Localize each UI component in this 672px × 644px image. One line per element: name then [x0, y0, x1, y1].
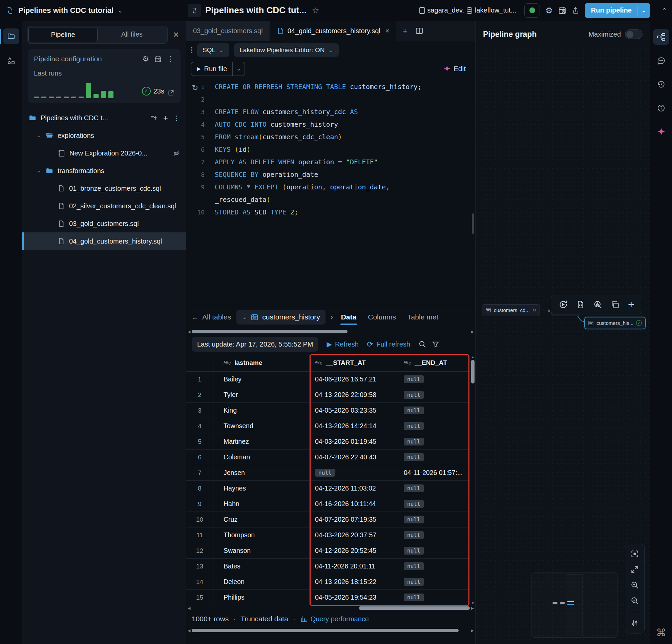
duplicate-icon[interactable]: [611, 300, 620, 309]
table-row[interactable]: 1Bailey04-06-2026 16:57:21null: [186, 372, 470, 387]
cell-end-at[interactable]: null: [398, 434, 470, 449]
run-bar[interactable]: [94, 94, 98, 98]
plus-icon[interactable]: +: [628, 300, 634, 309]
table-vertical-scrollbar[interactable]: ▲ ▼: [470, 354, 475, 606]
close-icon[interactable]: ✕: [171, 31, 181, 39]
share-icon[interactable]: [572, 7, 579, 14]
row-number[interactable]: 13: [186, 559, 213, 574]
table-bottom-scrollbar[interactable]: ◀ ▶: [186, 605, 475, 611]
tree-item-transformations[interactable]: ⌄ transformations: [22, 162, 186, 180]
schedule-icon[interactable]: [154, 56, 161, 63]
cell-lastname[interactable]: Jensen: [218, 465, 310, 480]
cell-lastname[interactable]: Coleman: [218, 450, 310, 465]
file-code-icon[interactable]: [576, 300, 585, 309]
cell-lastname[interactable]: Thompson: [218, 527, 310, 543]
row-number[interactable]: 10: [186, 512, 213, 527]
kebab-icon[interactable]: ⋮: [173, 114, 180, 122]
panel-bottom-scrollbar[interactable]: ◀ ▶: [186, 627, 475, 634]
chevron-down-icon[interactable]: ⌄: [637, 7, 650, 14]
split-view-icon[interactable]: [415, 27, 423, 35]
scroll-up-icon[interactable]: ▲: [471, 355, 475, 359]
scroll-down-icon[interactable]: ▼: [471, 601, 475, 605]
fullscreen-icon[interactable]: [630, 565, 639, 574]
scroll-right-icon[interactable]: ▶: [471, 629, 474, 633]
cell-start-at[interactable]: 04-13-2026 18:15:22: [310, 574, 398, 589]
graph-node-customers-cdc[interactable]: customers_cd... ↻: [482, 304, 540, 316]
sort-icon[interactable]: [150, 114, 157, 122]
comments-icon[interactable]: [653, 53, 669, 69]
row-number[interactable]: 4: [186, 418, 213, 434]
new-tab-icon[interactable]: +: [403, 26, 407, 36]
schedule-icon[interactable]: [558, 7, 566, 14]
language-select[interactable]: SQL ⌄: [197, 43, 229, 57]
run-bar[interactable]: [101, 91, 106, 98]
zoom-out-icon[interactable]: [630, 596, 639, 605]
code-line[interactable]: 4AUTO CDC INTO customers_history: [186, 118, 475, 131]
assistant-icon[interactable]: ✦: [653, 124, 669, 140]
scroll-left-icon[interactable]: ◀: [188, 629, 190, 633]
compute-status-button[interactable]: [524, 3, 540, 17]
table-row[interactable]: 15Phillips04-05-2026 19:54:23null: [186, 590, 470, 605]
pipeline-graph-icon[interactable]: [653, 29, 669, 45]
assets-icon[interactable]: [3, 53, 19, 69]
code-line[interactable]: 3CREATE FLOW customers_history_cdc AS: [186, 106, 475, 118]
tab-all-files[interactable]: All files: [98, 27, 166, 42]
editor-scrollbar[interactable]: [472, 213, 474, 234]
tree-item-explorations[interactable]: ⌄ explorations: [22, 127, 186, 144]
cell-start-at[interactable]: 04-07-2026 22:40:43: [310, 450, 398, 465]
query-performance-link[interactable]: Query performance: [300, 615, 369, 623]
tab-columns[interactable]: Columns: [367, 308, 397, 326]
kebab-icon[interactable]: ⋮: [167, 55, 175, 63]
cell-lastname[interactable]: King: [218, 403, 310, 418]
results-top-scrollbar[interactable]: ◀ ▶: [186, 329, 475, 334]
run-dash[interactable]: [56, 97, 61, 98]
gear-icon[interactable]: ⚙: [142, 55, 149, 63]
drag-handle-icon[interactable]: [191, 47, 192, 53]
tab-pipeline[interactable]: Pipeline: [28, 27, 98, 42]
code-line[interactable]: 5FROM stream(customers_cdc_clean): [186, 131, 475, 143]
cell-end-at[interactable]: null: [398, 403, 470, 418]
run-refresh-icon[interactable]: [559, 300, 568, 309]
table-row[interactable]: 2Tyler04-13-2026 22:09:58null: [186, 387, 470, 403]
cell-lastname[interactable]: Tyler: [218, 387, 310, 403]
filters-icon[interactable]: [631, 619, 639, 628]
refresh-button[interactable]: ▶ Refresh: [326, 340, 358, 348]
code-line[interactable]: 6KEYS (id): [186, 143, 475, 156]
cell-end-at[interactable]: null: [398, 527, 470, 543]
run-bar[interactable]: [108, 91, 113, 98]
chevron-down-icon[interactable]: ⌄: [118, 7, 123, 14]
row-number[interactable]: 15: [186, 590, 213, 605]
run-dash[interactable]: [34, 97, 39, 98]
table-row[interactable]: 9Hahn04-16-2026 10:11:44null: [186, 496, 470, 512]
cell-start-at[interactable]: 04-12-2026 20:52:45: [310, 543, 398, 558]
row-number[interactable]: 12: [186, 543, 213, 558]
run-bar[interactable]: [86, 83, 91, 98]
column-header-start-at[interactable]: ᴬᴮᴄ __START_AT: [310, 354, 398, 371]
table-row[interactable]: 7Jensennull04-11-2026 01:57:...: [186, 465, 470, 481]
table-row[interactable]: 13Bates04-11-2026 20:01:11null: [186, 559, 470, 574]
cell-end-at[interactable]: null: [398, 372, 470, 387]
code-line[interactable]: 7APPLY AS DELETE WHEN operation = "DELET…: [186, 156, 475, 168]
app-title-group[interactable]: Pipelines with CDC tutorial ⌄: [5, 6, 184, 15]
cell-lastname[interactable]: Martinez: [218, 434, 310, 449]
run-dash[interactable]: [64, 97, 69, 98]
code-line[interactable]: 10STORED AS SCD TYPE 2;: [186, 206, 475, 218]
full-refresh-button[interactable]: ⟳ Full refresh: [367, 340, 410, 349]
maximized-toggle[interactable]: [625, 29, 643, 39]
cell-start-at[interactable]: 04-16-2026 10:11:44: [310, 496, 398, 512]
cell-end-at[interactable]: null: [398, 574, 470, 589]
table-row[interactable]: 12Swanson04-12-2026 20:52:45null: [186, 543, 470, 559]
cell-lastname[interactable]: Townsend: [218, 418, 310, 434]
run-dash[interactable]: [49, 97, 54, 98]
run-dash[interactable]: [41, 97, 46, 98]
refresh-icon[interactable]: ↻: [192, 83, 198, 93]
cell-start-at[interactable]: 04-05-2026 19:54:23: [310, 590, 398, 605]
info-icon[interactable]: [653, 100, 669, 116]
scroll-left-icon[interactable]: ◀: [188, 330, 190, 334]
code-line[interactable]: 8SEQUENCE BY operation_date: [186, 168, 475, 181]
cell-lastname[interactable]: Haynes: [218, 481, 310, 496]
editor-tab-04-active[interactable]: 04_gold_customers_history.sql ✕: [270, 21, 397, 41]
tree-item-new-exploration[interactable]: New Exploration 2026-0...: [22, 144, 186, 162]
row-number[interactable]: 9: [186, 496, 213, 512]
cell-start-at[interactable]: 04-12-2026 11:03:02: [310, 481, 398, 496]
